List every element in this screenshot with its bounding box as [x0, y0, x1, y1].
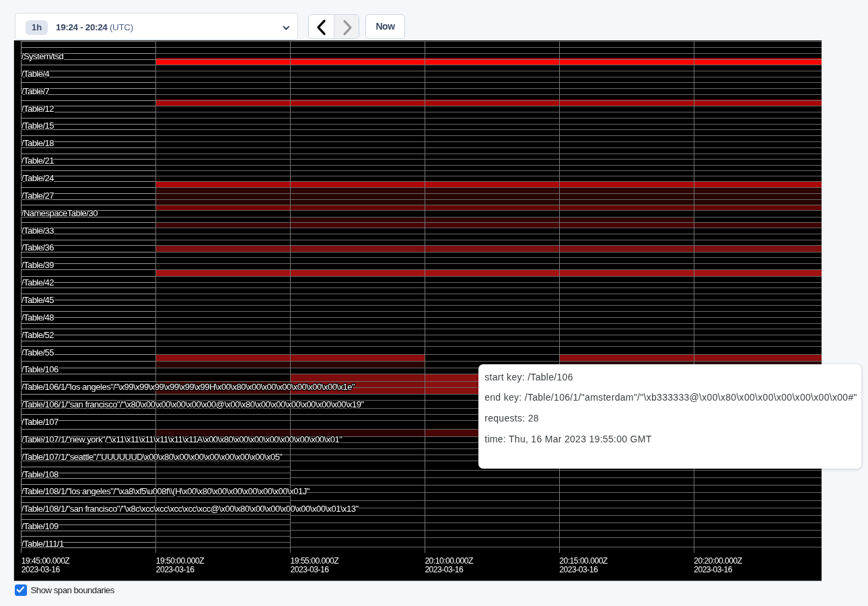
svg-text:/Table/7: /Table/7 — [22, 86, 50, 96]
svg-text:20:10:00.000Z: 20:10:00.000Z — [425, 556, 474, 566]
svg-text:2023-03-16: 2023-03-16 — [156, 565, 195, 574]
svg-text:/Table/108/1/"san francisco"/": /Table/108/1/"san francisco"/"\x8c\xcc\x… — [22, 504, 359, 514]
svg-text:/NamespaceTable/30: /NamespaceTable/30 — [22, 208, 98, 218]
svg-text:20:15:00.000Z: 20:15:00.000Z — [559, 556, 608, 566]
svg-text:/Table/48: /Table/48 — [22, 312, 55, 323]
svg-text:/Table/106/1/"los angeles"/"\x: /Table/106/1/"los angeles"/"\x99\x99\x99… — [22, 382, 355, 392]
svg-text:19:55:00.000Z: 19:55:00.000Z — [291, 556, 340, 566]
svg-text:19:45:00.000Z: 19:45:00.000Z — [22, 556, 71, 566]
svg-text:/Table/33: /Table/33 — [22, 226, 55, 236]
svg-text:/Table/42: /Table/42 — [22, 277, 55, 288]
svg-text:2023-03-16: 2023-03-16 — [425, 565, 464, 574]
svg-text:20:20:00.000Z: 20:20:00.000Z — [694, 556, 743, 566]
svg-text:/Table/111/1: /Table/111/1 — [22, 539, 64, 549]
svg-text:/Table/106/1/"san francisco"/": /Table/106/1/"san francisco"/"\x80\x00\x… — [22, 399, 365, 409]
svg-text:/System/tsd: /System/tsd — [22, 51, 64, 61]
svg-text:2023-03-16: 2023-03-16 — [22, 565, 61, 574]
svg-text:/Table/45: /Table/45 — [22, 295, 55, 305]
svg-text:2023-03-16: 2023-03-16 — [291, 565, 330, 574]
svg-text:/Table/15: /Table/15 — [22, 121, 55, 131]
svg-text:/Table/107/1/"new york"/"\x11\: /Table/107/1/"new york"/"\x11\x11\x11\x1… — [22, 434, 342, 444]
svg-text:/Table/107: /Table/107 — [22, 417, 59, 427]
svg-text:/Table/52: /Table/52 — [22, 330, 55, 340]
svg-text:2023-03-16: 2023-03-16 — [694, 565, 733, 574]
svg-text:/Table/109: /Table/109 — [22, 521, 59, 531]
svg-text:/Table/4: /Table/4 — [22, 69, 50, 79]
svg-text:/Table/24: /Table/24 — [22, 173, 55, 183]
svg-text:/Table/106: /Table/106 — [22, 364, 59, 374]
svg-text:/Table/108: /Table/108 — [22, 469, 59, 479]
svg-text:/Table/39: /Table/39 — [22, 260, 55, 270]
svg-text:/Table/18: /Table/18 — [22, 138, 55, 148]
svg-text:/Table/107/1/"seattle"/"UUUUUU: /Table/107/1/"seattle"/"UUUUUUD\x00\x80\… — [22, 452, 283, 462]
svg-text:19:50:00.000Z: 19:50:00.000Z — [156, 556, 205, 566]
svg-text:/Table/27: /Table/27 — [22, 191, 55, 201]
svg-text:/Table/108/1/"los angeles"/"\x: /Table/108/1/"los angeles"/"\xa8\xf5\u00… — [22, 486, 310, 496]
svg-text:2023-03-16: 2023-03-16 — [559, 565, 598, 574]
svg-text:/Table/12: /Table/12 — [22, 104, 55, 114]
svg-text:/Table/21: /Table/21 — [22, 156, 55, 166]
svg-text:/Table/36: /Table/36 — [22, 242, 55, 252]
svg-text:/Table/55: /Table/55 — [22, 347, 55, 358]
